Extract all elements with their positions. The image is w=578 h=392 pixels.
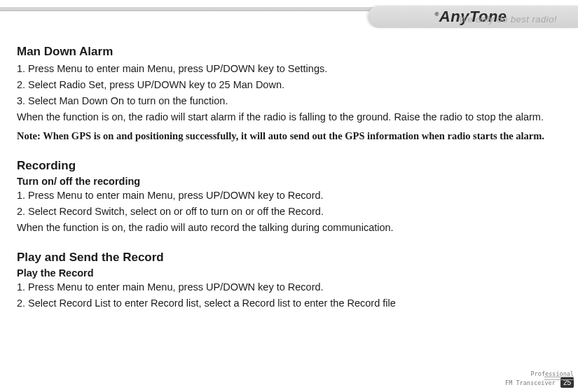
body-text: When the function is on, the radio will … — [17, 110, 557, 125]
body-text: 1. Press Menu to enter main Menu, press … — [17, 62, 557, 76]
section-subtitle: Turn on/ off the recording — [17, 176, 557, 187]
footer-line2: FM Transceiver — [505, 379, 556, 386]
section-title: Recording — [17, 159, 557, 173]
page-footer: Professional FM Transceiver 25 — [455, 371, 574, 388]
body-text: 2. Select Record Switch, select on or of… — [17, 204, 557, 219]
section-play-send: Play and Send the Record Play the Record… — [17, 251, 557, 311]
brand-tagline: We only do best radio! — [459, 14, 557, 24]
note-text: Note: When GPS is on and positioning suc… — [17, 129, 557, 144]
body-text: When the function is on, the radio will … — [17, 220, 557, 235]
body-text: 2. Select Record List to enter Record li… — [17, 296, 557, 311]
section-subtitle: Play the Record — [17, 267, 557, 279]
body-text: 3. Select Man Down On to turn on the fun… — [17, 94, 557, 108]
footer-rule-icon — [544, 377, 574, 380]
page-content: Man Down Alarm 1. Press Menu to enter ma… — [0, 32, 578, 311]
section-man-down: Man Down Alarm 1. Press Menu to enter ma… — [17, 45, 557, 144]
section-recording: Recording Turn on/ off the recording 1. … — [17, 159, 557, 235]
section-title: Man Down Alarm — [17, 45, 557, 59]
body-text: 1. Press Menu to enter main Menu, press … — [17, 280, 557, 295]
section-title: Play and Send the Record — [17, 251, 557, 265]
page-header: ○ ®AnyTone We only do best radio! — [0, 0, 578, 32]
body-text: 1. Press Menu to enter main Menu, press … — [17, 188, 557, 203]
body-text: 2. Select Radio Set, press UP/DOWN key t… — [17, 78, 557, 92]
